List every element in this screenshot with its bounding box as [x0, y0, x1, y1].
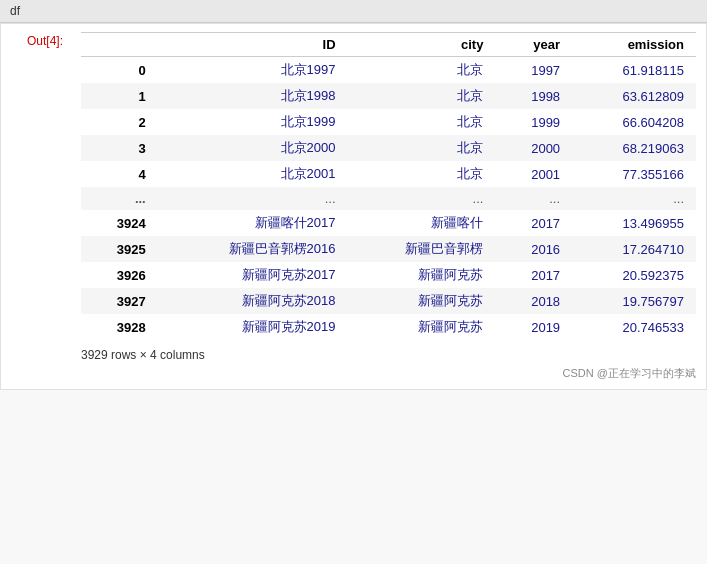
top-bar: df	[0, 0, 707, 23]
row-id: 北京1999	[158, 109, 348, 135]
col-header-emission: emission	[572, 33, 696, 57]
row-year: 2017	[495, 210, 572, 236]
col-header-year: year	[495, 33, 572, 57]
row-city: 新疆阿克苏	[348, 288, 496, 314]
row-id: 新疆喀什2017	[158, 210, 348, 236]
row-city: 北京	[348, 161, 496, 187]
ellipsis-cell: ...	[495, 187, 572, 210]
row-year: 2016	[495, 236, 572, 262]
row-year: 2001	[495, 161, 572, 187]
table-row: 3924 新疆喀什2017 新疆喀什 2017 13.496955	[81, 210, 696, 236]
row-year: 1998	[495, 83, 572, 109]
row-index: 3927	[81, 288, 158, 314]
table-row: 3928 新疆阿克苏2019 新疆阿克苏 2019 20.746533	[81, 314, 696, 340]
row-year: 2018	[495, 288, 572, 314]
row-id: 北京1998	[158, 83, 348, 109]
table-row: 2 北京1999 北京 1999 66.604208	[81, 109, 696, 135]
cell-label: Out[4]:	[1, 24, 71, 389]
row-emission: 19.756797	[572, 288, 696, 314]
col-header-id: ID	[158, 33, 348, 57]
row-count: 3929 rows × 4 columns	[81, 348, 696, 362]
row-index: 1	[81, 83, 158, 109]
row-city: 北京	[348, 109, 496, 135]
row-city: 北京	[348, 135, 496, 161]
col-header-city: city	[348, 33, 496, 57]
row-id: 北京2001	[158, 161, 348, 187]
row-city: 北京	[348, 57, 496, 84]
row-emission: 13.496955	[572, 210, 696, 236]
notebook-cell: Out[4]: ID city year emission 0 北京1997 北…	[0, 23, 707, 390]
ellipsis-cell: ...	[572, 187, 696, 210]
row-index: 2	[81, 109, 158, 135]
row-emission: 63.612809	[572, 83, 696, 109]
row-emission: 66.604208	[572, 109, 696, 135]
row-id: 新疆阿克苏2019	[158, 314, 348, 340]
ellipsis-cell: ...	[158, 187, 348, 210]
row-year: 2000	[495, 135, 572, 161]
table-row: 1 北京1998 北京 1998 63.612809	[81, 83, 696, 109]
table-row: 3926 新疆阿克苏2017 新疆阿克苏 2017 20.592375	[81, 262, 696, 288]
row-year: 2019	[495, 314, 572, 340]
row-emission: 68.219063	[572, 135, 696, 161]
row-id: 新疆阿克苏2017	[158, 262, 348, 288]
row-city: 新疆阿克苏	[348, 262, 496, 288]
row-index: 3928	[81, 314, 158, 340]
row-emission: 61.918115	[572, 57, 696, 84]
row-index: 0	[81, 57, 158, 84]
row-id: 新疆阿克苏2018	[158, 288, 348, 314]
row-index: 3926	[81, 262, 158, 288]
row-index: 4	[81, 161, 158, 187]
row-city: 新疆阿克苏	[348, 314, 496, 340]
table-row: 3925 新疆巴音郭楞2016 新疆巴音郭楞 2016 17.264710	[81, 236, 696, 262]
col-header-index	[81, 33, 158, 57]
row-id: 新疆巴音郭楞2016	[158, 236, 348, 262]
table-row: 4 北京2001 北京 2001 77.355166	[81, 161, 696, 187]
ellipsis-cell: ...	[81, 187, 158, 210]
row-index: 3924	[81, 210, 158, 236]
row-city: 新疆巴音郭楞	[348, 236, 496, 262]
row-city: 北京	[348, 83, 496, 109]
row-emission: 20.592375	[572, 262, 696, 288]
ellipsis-row: ...............	[81, 187, 696, 210]
row-index: 3	[81, 135, 158, 161]
top-bar-text: df	[10, 4, 20, 18]
row-emission: 17.264710	[572, 236, 696, 262]
table-row: 3927 新疆阿克苏2018 新疆阿克苏 2018 19.756797	[81, 288, 696, 314]
cell-output: ID city year emission 0 北京1997 北京 1997 6…	[71, 24, 706, 389]
ellipsis-cell: ...	[348, 187, 496, 210]
row-id: 北京2000	[158, 135, 348, 161]
table-row: 3 北京2000 北京 2000 68.219063	[81, 135, 696, 161]
row-city: 新疆喀什	[348, 210, 496, 236]
table-row: 0 北京1997 北京 1997 61.918115	[81, 57, 696, 84]
watermark: CSDN @正在学习中的李斌	[81, 366, 696, 381]
row-index: 3925	[81, 236, 158, 262]
row-year: 1999	[495, 109, 572, 135]
row-id: 北京1997	[158, 57, 348, 84]
row-emission: 20.746533	[572, 314, 696, 340]
dataframe-table: ID city year emission 0 北京1997 北京 1997 6…	[81, 32, 696, 340]
row-emission: 77.355166	[572, 161, 696, 187]
row-year: 2017	[495, 262, 572, 288]
row-year: 1997	[495, 57, 572, 84]
